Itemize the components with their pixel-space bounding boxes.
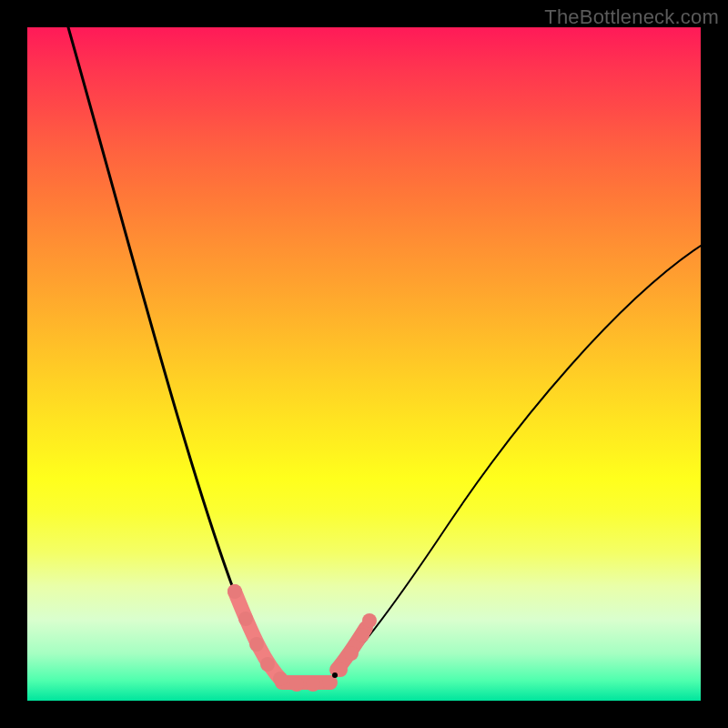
marker-4 bbox=[273, 672, 288, 686]
marker-2 bbox=[249, 637, 264, 652]
marker-9 bbox=[344, 646, 359, 661]
marker-12 bbox=[332, 672, 338, 678]
marker-6 bbox=[306, 677, 320, 692]
chart-frame bbox=[27, 27, 701, 701]
series-left-curve bbox=[68, 27, 284, 686]
marker-5 bbox=[289, 677, 304, 692]
marker-0 bbox=[228, 584, 242, 599]
marker-11 bbox=[362, 613, 377, 628]
chart-svg bbox=[27, 27, 701, 701]
marker-3 bbox=[260, 657, 275, 672]
watermark-text: TheBottleneck.com bbox=[544, 5, 719, 29]
series-right-curve bbox=[337, 246, 701, 673]
series-pink-overlay-left bbox=[235, 592, 282, 681]
marker-10 bbox=[355, 628, 369, 642]
marker-1 bbox=[238, 612, 253, 626]
